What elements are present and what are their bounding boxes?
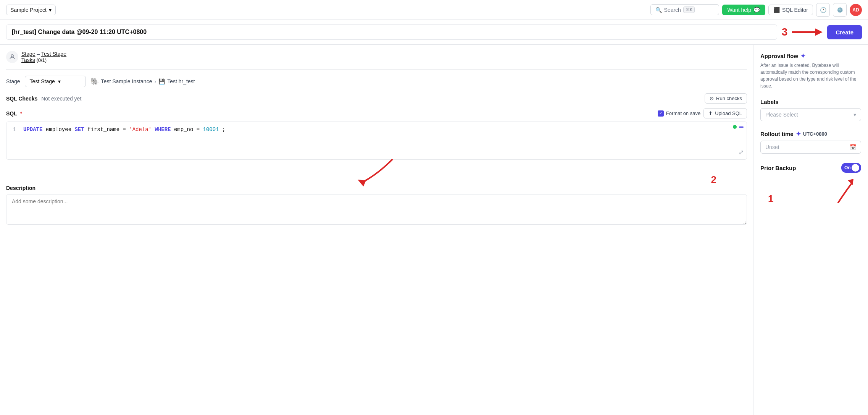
sql-checks-row: SQL Checks Not executed yet ⊙ Run checks <box>6 93 747 104</box>
prior-backup-label: Prior Backup <box>760 165 796 171</box>
run-checks-label: Run checks <box>716 96 742 101</box>
prior-backup-toggle[interactable]: On <box>841 163 861 173</box>
format-save-label: Format on save <box>666 110 700 116</box>
description-textarea[interactable] <box>6 194 747 225</box>
sparkle-icon: ✦ <box>800 52 805 60</box>
history-button[interactable]: 🕐 <box>816 3 830 17</box>
want-help-button[interactable]: Want help 💬 <box>722 5 766 15</box>
toggle-knob <box>852 164 859 172</box>
sql-header-right: ✓ Format on save ⬆ Upload SQL <box>658 108 747 118</box>
labels-dropdown[interactable]: Please Select ▾ <box>760 108 861 121</box>
project-selector-label: Sample Project <box>10 7 47 13</box>
stage-value: Test Stage <box>30 78 55 84</box>
main-layout: Stage – Test Stage Tasks (0/1) Stage Tes… <box>0 45 868 415</box>
divider-1 <box>6 69 747 70</box>
chevron-down-icon: ▾ <box>58 78 61 84</box>
rollout-section: Rollout time ✦ UTC+0800 Unset 📅 <box>760 130 861 154</box>
blue-dash <box>739 126 744 128</box>
keyword-where: WHERE <box>155 126 171 133</box>
dash-separator: – <box>37 51 41 57</box>
run-checks-button[interactable]: ⊙ Run checks <box>705 93 747 104</box>
keyword-set: SET <box>74 126 84 133</box>
rollout-datetime-input[interactable]: Unset 📅 <box>760 141 861 154</box>
user-avatar[interactable]: AD <box>850 4 862 16</box>
annotation-arrow-1 <box>815 176 861 206</box>
calendar-icon: 📅 <box>850 144 856 150</box>
project-selector[interactable]: Sample Project ▾ <box>6 5 56 15</box>
create-label: Create <box>836 29 853 36</box>
stage-row: Stage Test Stage ▾ 🐘 Test Sample Instanc… <box>6 76 747 87</box>
left-panel: Stage – Test Stage Tasks (0/1) Stage Tes… <box>0 45 753 415</box>
annotation-3-number: 3 <box>782 26 788 38</box>
tasks-link[interactable]: Tasks <box>21 57 35 63</box>
issue-title-input[interactable] <box>6 24 777 40</box>
labels-placeholder: Please Select <box>765 112 798 118</box>
db-path: 🐘 Test Sample Instance › 💾 Test hr_test <box>90 77 195 86</box>
stage-breadcrumb: Stage – Test Stage Tasks (0/1) <box>6 51 747 63</box>
search-icon: 🔍 <box>655 7 662 13</box>
right-panel: Approval flow ✦ After an issue is create… <box>753 45 868 415</box>
code-plain-1: employee <box>46 126 75 133</box>
want-help-label: Want help <box>728 7 752 13</box>
sql-checks-label: SQL Checks <box>6 96 37 102</box>
svg-marker-1 <box>815 28 823 36</box>
labels-title: Labels <box>760 99 861 105</box>
number-10001: 10001 <box>203 126 219 133</box>
code-plain-2: first_name = <box>87 126 129 133</box>
search-shortcut: ⌘K <box>683 6 695 13</box>
sparkle-icon-2: ✦ <box>796 130 801 138</box>
svg-marker-3 <box>358 180 366 186</box>
format-on-save[interactable]: ✓ Format on save <box>658 110 700 117</box>
stage-label: Stage <box>6 78 20 84</box>
prior-backup-row: Prior Backup On <box>760 163 861 173</box>
title-bar: 3 Create <box>0 20 868 45</box>
tasks-row: Tasks (0/1) <box>21 57 66 63</box>
create-button[interactable]: Create <box>827 25 862 39</box>
chat-icon: 💬 <box>753 7 760 13</box>
svg-point-2 <box>11 55 13 57</box>
sql-header: SQL * ✓ Format on save ⬆ Upload SQL <box>6 108 747 118</box>
instance-label: Test Sample Instance <box>101 78 152 84</box>
editor-controls <box>733 125 744 129</box>
stage-dropdown[interactable]: Test Stage ▾ <box>25 76 86 87</box>
search-label: Search <box>664 7 681 13</box>
settings-button[interactable]: ⚙️ <box>833 3 847 17</box>
gear-icon: ⚙️ <box>837 7 843 13</box>
expand-icon[interactable]: ⤢ <box>739 149 744 156</box>
keyword-update: UPDATE <box>23 126 42 133</box>
code-plain-4: emp_no = <box>174 126 203 133</box>
approval-flow-desc: After an issue is created, Bytebase will… <box>760 62 861 89</box>
upload-sql-button[interactable]: ⬆ Upload SQL <box>703 108 747 118</box>
rollout-label: Rollout time <box>760 131 794 137</box>
required-marker: * <box>20 110 22 117</box>
db-icon2: 💾 <box>158 78 165 84</box>
chevron-down-icon: ▾ <box>49 7 52 13</box>
upload-sql-label: Upload SQL <box>715 110 742 116</box>
timezone-label: UTC+0800 <box>803 131 827 137</box>
user-icon <box>6 51 18 63</box>
postgres-icon: 🐘 <box>90 77 99 86</box>
rollout-title: Rollout time ✦ UTC+0800 <box>760 130 861 138</box>
sql-editor-label: SQL Editor <box>782 7 808 13</box>
code-semi: ; <box>222 126 225 133</box>
sql-checks-status: Not executed yet <box>41 96 81 102</box>
sql-editor-button[interactable]: ⬛ SQL Editor <box>768 5 813 15</box>
string-adela: 'Adela' <box>129 126 152 133</box>
green-status-dot <box>733 125 737 129</box>
code-editor[interactable]: 1 UPDATE employee SET first_name = 'Adel… <box>6 122 747 160</box>
toggle-on-text: On <box>844 165 851 170</box>
approval-flow-title: Approval flow ✦ <box>760 52 861 60</box>
test-stage-link[interactable]: Test Stage <box>41 51 66 57</box>
top-navbar: Sample Project ▾ 🔍 Search ⌘K Want help 💬… <box>0 0 868 20</box>
annotation-1-number: 1 <box>768 193 773 205</box>
stage-link[interactable]: Stage <box>21 51 35 57</box>
annotation-arrow-right <box>792 25 823 39</box>
run-checks-icon: ⊙ <box>710 96 714 101</box>
tasks-progress: (0/1) <box>36 57 47 63</box>
upload-icon: ⬆ <box>708 110 713 116</box>
search-bar[interactable]: 🔍 Search ⌘K <box>650 4 719 15</box>
approval-flow-label: Approval flow <box>760 53 798 59</box>
format-save-checkbox[interactable]: ✓ <box>658 110 664 117</box>
rollout-placeholder: Unset <box>765 144 779 150</box>
sql-label: SQL <box>6 110 17 117</box>
